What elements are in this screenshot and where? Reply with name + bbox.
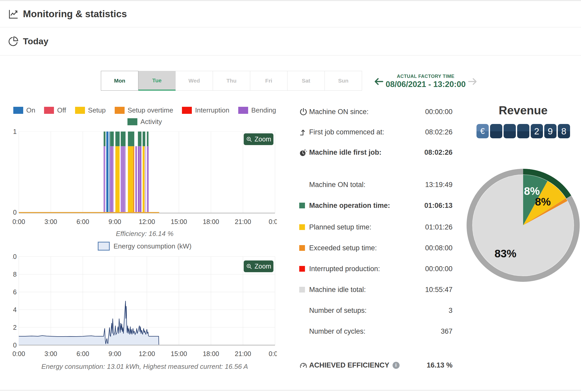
power-icon (299, 107, 309, 116)
stat-label: Machine ON total: (309, 181, 365, 189)
legend-swatch-interruption (182, 107, 192, 114)
tab-thu[interactable]: Thu (213, 71, 250, 91)
page-title: Monitoring & statistics (23, 9, 127, 20)
stat-value: 08:02:26 (424, 148, 452, 157)
stat-label: Machine ON since: (309, 108, 369, 116)
next-day-arrow-icon[interactable] (467, 76, 478, 87)
revenue-digit-cell: 8 (558, 124, 570, 138)
legend-label: Interruption (195, 106, 229, 114)
svg-text:12:00: 12:00 (139, 350, 155, 357)
legend-item-setup[interactable]: Setup (75, 106, 106, 114)
svg-text:21:00: 21:00 (235, 218, 251, 225)
legend-item-interruption[interactable]: Interruption (182, 106, 229, 114)
energy-legend[interactable]: Energy consumption (kW) (13, 242, 277, 251)
svg-text:9:00: 9:00 (108, 350, 121, 357)
stat-row: zzMachine idle first job:08:02:26 (299, 147, 452, 158)
stat-value: 01:01:26 (425, 223, 452, 231)
svg-text:z: z (304, 148, 305, 151)
legend-swatch-bending (238, 107, 248, 114)
monitoring-dashboard: Monitoring & statistics Today MonTueWedT… (0, 0, 581, 392)
machine-state-chart[interactable]: 100:003:006:009:0012:0015:0018:0021:000:… (13, 129, 277, 229)
achieved-efficiency-label: ACHIEVED EFFICIENCY (309, 361, 389, 369)
svg-text:6:00: 6:00 (76, 350, 89, 357)
svg-text:9:00: 9:00 (108, 218, 121, 225)
revenue-title: Revenue (469, 104, 577, 117)
legend-swatch-setup (75, 107, 85, 114)
tab-wed[interactable]: Wed (175, 71, 213, 91)
svg-text:0:00: 0:00 (269, 218, 277, 225)
revenue-blank-cell (517, 124, 529, 138)
tab-sun[interactable]: Sun (325, 71, 362, 91)
timeline-zoom-label: Zoom (255, 135, 271, 143)
legend-item-activity[interactable]: Activity (127, 118, 162, 126)
legend-item-on[interactable]: On (13, 106, 35, 114)
svg-text:18:00: 18:00 (203, 350, 219, 357)
stat-row: Number of setups:3 (299, 305, 452, 316)
energy-zoom-label: Zoom (255, 263, 271, 270)
stat-row: Machine ON since:00:00:00 (299, 106, 452, 117)
stat-swatch-pie_idle (299, 287, 305, 293)
revenue-counter: €298 (469, 124, 577, 138)
stat-row: Planned setup time:01:01:26 (299, 222, 452, 233)
legend-swatch-off (44, 107, 54, 114)
stat-swatch-setup (299, 224, 305, 230)
stat-value: 01:06:13 (424, 202, 452, 210)
energy-zoom-button[interactable]: Zoom (244, 260, 273, 272)
stat-swatch-setup_overtime (299, 245, 305, 251)
revenue-blank-cell (504, 124, 516, 138)
energy-consumption-chart[interactable]: 10864200:003:006:009:0012:0015:0018:0021… (13, 252, 277, 362)
factory-time-value: 08/06/2021 - 13:20:00 (384, 80, 467, 89)
stat-value: 10:55:47 (425, 286, 452, 294)
svg-text:1: 1 (13, 129, 17, 135)
stat-label: Exceeded setup time: (309, 244, 377, 252)
tab-mon[interactable]: Mon (101, 71, 138, 91)
svg-text:0: 0 (13, 341, 17, 349)
legend-item-bending[interactable]: Bending (238, 106, 276, 114)
stat-row: Number of cycles:367 (299, 326, 452, 337)
factory-time: ACTUAL FACTORY TIME 08/06/2021 - 13:20:0… (384, 74, 467, 89)
energy-caption: Energy consumption: 13.01 kWh, Highest m… (13, 363, 277, 371)
legend-item-setup-overtime[interactable]: Setup overtime (115, 106, 173, 114)
stat-value: 00:08:00 (425, 244, 452, 252)
stat-label: First job commenced at: (309, 128, 384, 136)
svg-text:0: 0 (13, 209, 17, 216)
achieved-efficiency-value: 16.13 % (427, 361, 452, 369)
tab-sat[interactable]: Sat (287, 71, 325, 91)
magnifier-plus-icon (246, 136, 252, 142)
stat-value: 13:19:49 (425, 181, 452, 189)
svg-text:8: 8 (13, 271, 17, 278)
stat-row: Machine idle total:10:55:47 (299, 284, 452, 295)
svg-text:15:00: 15:00 (171, 350, 187, 357)
timeline-zoom-button[interactable]: Zoom (244, 133, 273, 145)
stat-row: Exceeded setup time:00:08:00 (299, 242, 452, 253)
svg-text:12:00: 12:00 (139, 218, 155, 225)
time-distribution-pie-chart: 8%8%83% (464, 167, 581, 284)
legend-swatch-on (13, 107, 23, 114)
bottom-divider (0, 390, 581, 391)
tab-fri[interactable]: Fri (250, 71, 288, 91)
euro-symbol-cell: € (476, 124, 489, 138)
previous-day-arrow-icon[interactable] (374, 76, 384, 87)
pie-chart-icon (8, 36, 19, 47)
stat-label: Machine operation time: (309, 202, 390, 210)
svg-text:z: z (306, 150, 307, 152)
legend-label: Setup overtime (128, 106, 173, 114)
legend-label: Activity (140, 118, 162, 126)
legend-swatch-activity (127, 118, 137, 125)
page-header: Monitoring & statistics (0, 1, 581, 27)
svg-text:6: 6 (13, 288, 17, 296)
legend-label: Bending (251, 106, 276, 114)
stat-label: Interrupted production: (309, 265, 380, 273)
info-icon[interactable]: i (393, 362, 400, 369)
svg-text:0:00: 0:00 (269, 350, 277, 357)
svg-text:15:00: 15:00 (171, 218, 187, 225)
revenue-panel: Revenue €298 (469, 104, 577, 138)
legend-swatch-setup_overtime (115, 107, 125, 114)
stat-label: Machine idle first job: (309, 148, 382, 157)
stat-value: 00:00:00 (425, 108, 452, 116)
legend-item-off[interactable]: Off (44, 106, 66, 114)
first-job-icon (299, 128, 309, 136)
stat-label: Machine idle total: (309, 286, 366, 294)
revenue-blank-cell (490, 124, 502, 138)
tab-tue[interactable]: Tue (138, 71, 176, 91)
